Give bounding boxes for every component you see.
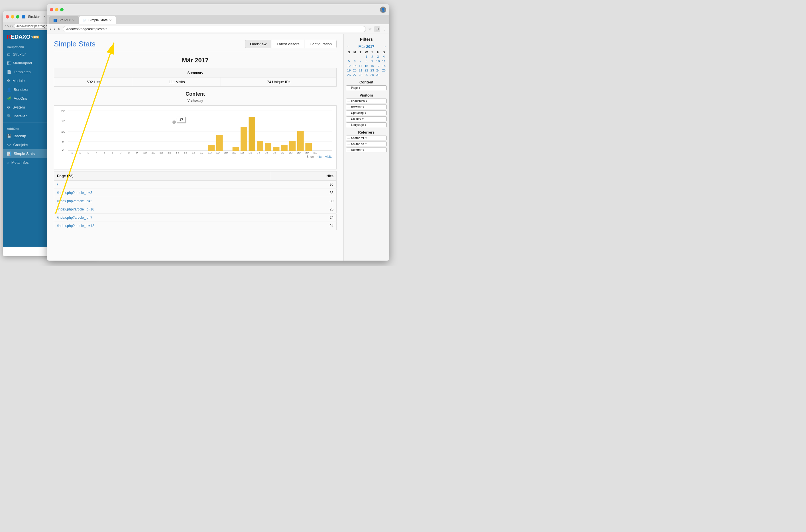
page-link[interactable]: /index.php?article_id=12	[57, 224, 94, 228]
calendar-day[interactable]: 19	[346, 68, 352, 73]
calendar-day-link[interactable]: 11	[382, 59, 386, 63]
calendar-day-link[interactable]: 30	[370, 73, 374, 77]
user-account-icon[interactable]: 👤	[380, 6, 386, 13]
calendar-day[interactable]: 25	[381, 68, 387, 73]
calendar-day-link[interactable]: 20	[353, 69, 356, 72]
calendar-day[interactable]: 15	[363, 63, 369, 68]
referrer-filter-dropdown[interactable]: — Source do ▼	[346, 141, 387, 146]
close-button[interactable]	[6, 15, 9, 19]
calendar-day[interactable]: 12	[346, 63, 352, 68]
calendar-day-link[interactable]: 5	[348, 59, 350, 63]
calendar-day-link[interactable]: 23	[370, 69, 374, 72]
back-nav-back[interactable]: ‹	[4, 24, 6, 29]
calendar-day-link[interactable]: 9	[371, 59, 373, 63]
calendar-day[interactable]: 20	[352, 68, 358, 73]
calendar-day[interactable]: 24	[375, 68, 381, 73]
calendar-day-link[interactable]: 13	[353, 64, 356, 68]
calendar-day[interactable]: 10	[375, 59, 381, 63]
calendar-day[interactable]: 9	[369, 59, 375, 63]
page-link[interactable]: /index.php?article_id=3	[57, 191, 92, 195]
calendar-day[interactable]: 23	[369, 68, 375, 73]
calendar-day-link[interactable]: 28	[359, 73, 362, 77]
calendar-day-link[interactable]: 12	[347, 64, 351, 68]
nav-latest-visitors-button[interactable]: Latest visitors	[272, 40, 304, 48]
calendar-day[interactable]: 26	[346, 73, 352, 77]
calendar-day-link[interactable]: 31	[376, 73, 380, 77]
back-nav-forward[interactable]: ›	[7, 24, 8, 29]
calendar-day-link[interactable]: 21	[359, 69, 362, 72]
calendar-day-link[interactable]: 29	[365, 73, 368, 77]
tab-struktur-close[interactable]: ✕	[72, 19, 75, 22]
calendar-day[interactable]: 11	[381, 59, 387, 63]
nav-overview-button[interactable]: Overview	[245, 40, 271, 48]
tab-struktur[interactable]: 🟦 Struktur ✕	[49, 16, 79, 24]
calendar-day[interactable]: 6	[352, 59, 358, 63]
calendar-day[interactable]: 16	[369, 63, 375, 68]
calendar-day-link[interactable]: 27	[353, 73, 356, 77]
calendar-day-link[interactable]: 26	[347, 73, 351, 77]
cal-next-button[interactable]: →	[383, 44, 387, 49]
calendar-day[interactable]: 28	[358, 73, 363, 77]
referrer-filter-dropdown[interactable]: — Referrer ▼	[346, 148, 387, 152]
calendar-day-link[interactable]: 8	[365, 59, 367, 63]
show-hits-link[interactable]: hits	[317, 155, 322, 158]
show-visits-link[interactable]: visits	[326, 155, 332, 158]
nav-configuration-button[interactable]: Configuration	[305, 40, 336, 48]
calendar-day-link[interactable]: 1	[365, 55, 367, 58]
back-window-close-icon[interactable]: ✕	[43, 15, 46, 19]
page-link[interactable]: /index.php?article_id=2	[57, 199, 92, 203]
calendar-day[interactable]: 2	[369, 54, 375, 59]
page-filter-dropdown[interactable]: — Page ▼	[346, 86, 387, 90]
calendar-day-link[interactable]: 22	[365, 69, 368, 72]
front-close-button[interactable]	[50, 8, 53, 12]
maximize-button[interactable]	[16, 15, 19, 19]
back-nav-refresh[interactable]: ↻	[10, 24, 13, 28]
calendar-day[interactable]: 30	[369, 73, 375, 77]
calendar-day-link[interactable]: 2	[371, 55, 373, 58]
visitor-filter-dropdown[interactable]: — IP address ▼	[346, 98, 387, 103]
calendar-day[interactable]: 18	[381, 63, 387, 68]
cal-prev-button[interactable]: ←	[346, 44, 350, 49]
calendar-day-link[interactable]: 24	[376, 69, 380, 72]
page-link[interactable]: /index.php?article_id=7	[57, 215, 92, 220]
calendar-day-link[interactable]: 4	[383, 55, 385, 58]
calendar-day[interactable]: 4	[381, 54, 387, 59]
calendar-day-link[interactable]: 6	[354, 59, 356, 63]
tab-simple-stats[interactable]: 📄 Simple Stats ✕	[79, 16, 116, 24]
page-link[interactable]: /index.php?article_id=16	[57, 207, 94, 211]
calendar-day-link[interactable]: 14	[359, 64, 362, 68]
calendar-day-link[interactable]: 15	[365, 64, 368, 68]
calendar-day[interactable]: 21	[358, 68, 363, 73]
nav-refresh-button[interactable]: ↻	[58, 27, 60, 31]
visitor-filter-dropdown[interactable]: — Browser ▼	[346, 104, 387, 109]
visitor-filter-dropdown[interactable]: — Operating ▼	[346, 111, 387, 115]
front-maximize-button[interactable]	[60, 8, 63, 12]
calendar-day[interactable]: 22	[363, 68, 369, 73]
page-link[interactable]: /	[57, 183, 58, 187]
minimize-button[interactable]	[11, 15, 14, 19]
referrer-filter-dropdown[interactable]: — Search ter ▼	[346, 136, 387, 140]
calendar-day-link[interactable]: 7	[360, 59, 361, 63]
calendar-day[interactable]: 31	[375, 73, 381, 77]
calendar-day-link[interactable]: 3	[377, 55, 379, 58]
calendar-day-link[interactable]: 18	[382, 64, 386, 68]
calendar-day[interactable]: 29	[363, 73, 369, 77]
window-icon[interactable]: ⊡	[374, 26, 380, 32]
calendar-day[interactable]: 13	[352, 63, 358, 68]
visitor-filter-dropdown[interactable]: — Language ▼	[346, 122, 387, 127]
calendar-day[interactable]: 27	[352, 73, 358, 77]
more-options-icon[interactable]: ⋮	[382, 27, 386, 31]
calendar-day[interactable]: 5	[346, 59, 352, 63]
nav-back-button[interactable]: ‹	[50, 26, 51, 32]
calendar-day-link[interactable]: 16	[370, 64, 374, 68]
address-input[interactable]: /redaxo/?page=simplestats	[63, 26, 366, 32]
calendar-day-link[interactable]: 17	[376, 64, 380, 68]
calendar-day[interactable]: 7	[358, 59, 363, 63]
calendar-day-link[interactable]: 10	[376, 59, 380, 63]
calendar-day[interactable]: 1	[363, 54, 369, 59]
visitor-filter-dropdown[interactable]: — Country ▼	[346, 116, 387, 121]
bookmark-icon[interactable]: ☆	[368, 27, 372, 31]
calendar-day[interactable]: 3	[375, 54, 381, 59]
tab-simple-stats-close[interactable]: ✕	[109, 19, 112, 22]
nav-forward-button[interactable]: ›	[54, 26, 55, 32]
